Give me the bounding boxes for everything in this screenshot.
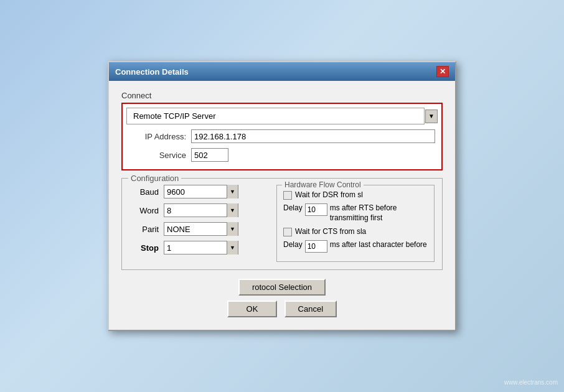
baud-value: 9600 — [164, 187, 227, 197]
service-label: Service — [129, 151, 191, 160]
stop-arrow[interactable]: ▼ — [227, 241, 238, 254]
hw-delay2-row: Delay ms after last character before — [283, 240, 428, 253]
hardware-flow-section: Hardware Flow Control Wait for DSR from … — [276, 185, 435, 261]
protocol-row: rotocol Selection — [121, 279, 443, 296]
baud-label: Baud — [129, 187, 164, 197]
close-button[interactable]: ✕ — [436, 66, 449, 77]
hw-delay1-row: Delay ms after RTS before transmitting f… — [283, 203, 428, 223]
stop-label: Stop — [129, 243, 164, 253]
dsr-label: Wait for DSR from sl — [295, 190, 363, 199]
connection-details-dialog: Connection Details ✕ Connect Remote TCP/… — [108, 61, 456, 330]
stop-value: 1 — [164, 243, 227, 253]
config-legend: Configuration — [128, 174, 181, 183]
word-arrow[interactable]: ▼ — [227, 203, 238, 217]
hw-check2-row: Wait for CTS from sla — [283, 227, 428, 236]
service-input[interactable] — [191, 148, 228, 162]
configuration-section: Configuration Baud 9600 ▼ Word — [121, 178, 443, 269]
hw-legend: Hardware Flow Control — [282, 180, 364, 189]
delay2-suffix: ms after last character before — [330, 240, 427, 250]
stop-row: Stop 1 ▼ — [129, 241, 266, 254]
delay1-suffix: ms after RTS before transmitting first — [330, 203, 428, 223]
title-bar: Connection Details ✕ — [109, 62, 455, 81]
baud-row: Baud 9600 ▼ — [129, 185, 266, 198]
connect-label: Connect — [121, 91, 443, 100]
watermark: www.electrans.com — [504, 379, 558, 386]
protocol-selection-button[interactable]: rotocol Selection — [238, 279, 326, 296]
dialog-title: Connection Details — [115, 67, 189, 77]
word-label: Word — [129, 206, 164, 215]
dialog-content: Connect Remote TCP/IP Server ▼ IP Addres… — [109, 81, 455, 329]
dsr-checkbox[interactable] — [283, 191, 292, 200]
parit-arrow[interactable]: ▼ — [227, 222, 238, 236]
connect-box: Remote TCP/IP Server ▼ IP Address: Servi… — [121, 103, 443, 170]
server-dropdown-arrow[interactable]: ▼ — [425, 110, 438, 123]
word-dropdown[interactable]: 8 ▼ — [164, 203, 238, 217]
ip-label: IP Address: — [129, 132, 191, 141]
word-value: 8 — [164, 206, 227, 215]
parit-dropdown[interactable]: NONE ▼ — [164, 222, 238, 236]
buttons-row: OK Cancel — [121, 301, 443, 317]
cancel-button[interactable]: Cancel — [284, 301, 337, 317]
delay1-input[interactable] — [305, 203, 327, 216]
ip-address-input[interactable] — [191, 129, 435, 143]
cts-checkbox[interactable] — [283, 228, 292, 236]
cts-label: Wait for CTS from sla — [295, 227, 366, 236]
server-dropdown-row: Remote TCP/IP Server ▼ — [126, 108, 438, 124]
config-left: Baud 9600 ▼ Word 8 ▼ — [129, 185, 266, 261]
baud-arrow[interactable]: ▼ — [227, 185, 238, 198]
connect-section: Connect Remote TCP/IP Server ▼ IP Addres… — [121, 91, 443, 170]
word-row: Word 8 ▼ — [129, 203, 266, 217]
parit-value: NONE — [164, 225, 227, 234]
ip-address-row: IP Address: — [126, 128, 438, 144]
server-type-dropdown[interactable]: Remote TCP/IP Server — [126, 108, 425, 124]
delay2-input[interactable] — [305, 240, 327, 253]
ok-button[interactable]: OK — [227, 301, 277, 317]
baud-dropdown[interactable]: 9600 ▼ — [164, 185, 238, 198]
delay1-label: Delay — [283, 203, 303, 212]
server-type-value: Remote TCP/IP Server — [131, 110, 420, 122]
hw-check1-row: Wait for DSR from sl — [283, 190, 428, 200]
parit-row: Parit NONE ▼ — [129, 222, 266, 236]
stop-dropdown[interactable]: 1 ▼ — [164, 241, 238, 254]
delay2-label: Delay — [283, 240, 303, 249]
parit-label: Parit — [129, 225, 164, 234]
service-row: Service — [126, 147, 438, 163]
config-inner: Baud 9600 ▼ Word 8 ▼ — [129, 185, 435, 261]
